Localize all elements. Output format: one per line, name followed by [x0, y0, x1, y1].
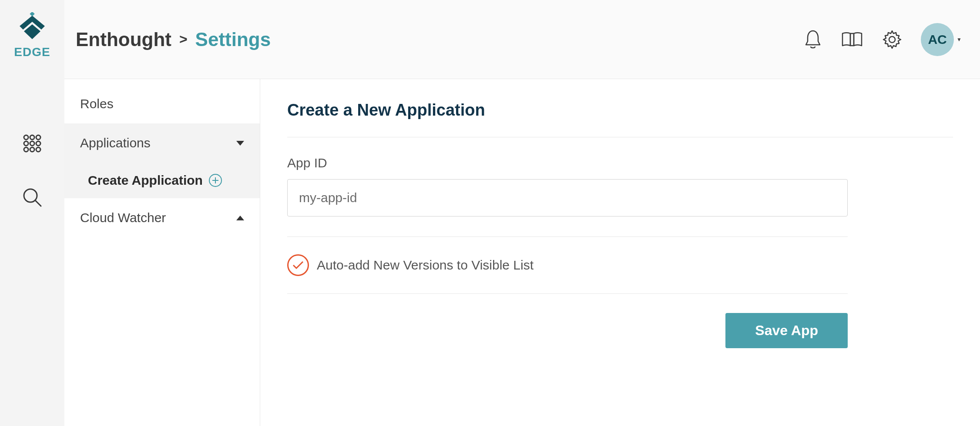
svg-point-4: [30, 135, 34, 140]
user-menu[interactable]: AC ▼: [921, 23, 962, 56]
icon-rail: EDGE: [0, 0, 64, 426]
sidebar-item-label: Roles: [80, 97, 114, 111]
content: Create a New Application App ID Auto-add…: [260, 79, 980, 426]
app-id-label: App ID: [287, 156, 953, 170]
svg-point-6: [24, 141, 28, 146]
breadcrumb-page[interactable]: Settings: [195, 29, 271, 50]
divider: [287, 137, 953, 137]
header: Enthought > Settings: [64, 0, 980, 79]
search-icon[interactable]: [21, 186, 44, 210]
chevron-down-icon: [236, 141, 244, 146]
svg-point-7: [30, 141, 34, 146]
sidebar-item-label: Create Application: [88, 173, 203, 188]
breadcrumb-separator: >: [179, 31, 188, 47]
avatar: AC: [921, 23, 954, 56]
docs-icon[interactable]: [841, 30, 863, 49]
settings-sidebar: Roles Applications Create Application Cl…: [64, 79, 260, 426]
brand-name: EDGE: [14, 45, 50, 59]
sidebar-item-cloud-watcher[interactable]: Cloud Watcher: [64, 198, 260, 237]
plus-circle-icon: [209, 174, 222, 187]
bell-icon[interactable]: [803, 29, 822, 50]
svg-point-5: [36, 135, 40, 140]
breadcrumb-org[interactable]: Enthought: [76, 29, 171, 50]
chevron-up-icon: [236, 216, 244, 220]
sidebar-item-label: Cloud Watcher: [80, 210, 166, 225]
save-button[interactable]: Save App: [725, 313, 848, 348]
breadcrumb: Enthought > Settings: [76, 29, 271, 50]
svg-point-3: [24, 135, 28, 140]
apps-grid-icon[interactable]: [22, 133, 43, 156]
sidebar-item-label: Applications: [80, 136, 151, 150]
sidebar-item-applications[interactable]: Applications: [64, 123, 260, 163]
brand-logo[interactable]: EDGE: [14, 12, 50, 59]
divider: [287, 293, 848, 294]
svg-point-15: [889, 37, 895, 43]
auto-add-toggle[interactable]: [287, 254, 309, 276]
auto-add-label: Auto-add New Versions to Visible List: [317, 258, 534, 273]
sidebar-item-create-application[interactable]: Create Application: [64, 163, 260, 198]
svg-point-11: [36, 147, 40, 152]
svg-point-8: [36, 141, 40, 146]
svg-line-13: [35, 200, 41, 206]
svg-point-10: [30, 147, 34, 152]
divider: [287, 236, 848, 237]
gear-icon[interactable]: [882, 29, 903, 50]
chevron-down-icon: ▼: [957, 37, 962, 43]
svg-rect-2: [30, 12, 34, 17]
check-icon: [292, 260, 305, 270]
sidebar-item-roles[interactable]: Roles: [64, 84, 260, 123]
app-id-input[interactable]: [287, 179, 848, 216]
svg-rect-14: [850, 33, 854, 46]
svg-point-9: [24, 147, 28, 152]
page-title: Create a New Application: [287, 101, 953, 120]
